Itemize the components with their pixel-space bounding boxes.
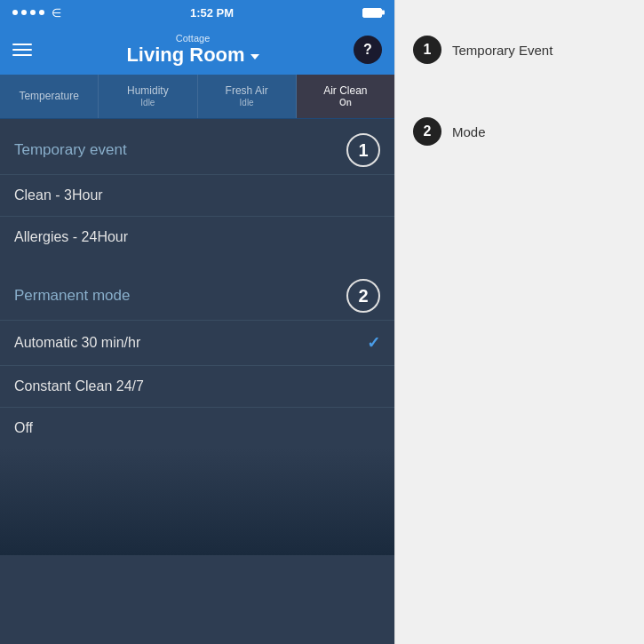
temp-event-section-label: Temporary event xyxy=(14,141,127,159)
phone-frame: ∈ 1:52 PM Cottage Living Room ? Temperat… xyxy=(0,0,395,644)
annotation-1-number: 1 xyxy=(424,42,432,58)
permanent-mode-item-2-label: Constant Clean 24/7 xyxy=(14,378,144,394)
temp-event-item-2-label: Allergies - 24Hour xyxy=(14,229,128,245)
signal-dot-3 xyxy=(30,10,36,15)
annotation-2: 2 Mode xyxy=(413,117,553,146)
status-bar-right xyxy=(362,8,382,18)
temp-event-badge: 1 xyxy=(346,133,380,167)
tab-humidity[interactable]: Humidity Idle xyxy=(99,75,197,118)
temp-event-item-1-label: Clean - 3Hour xyxy=(14,187,103,203)
wifi-icon: ∈ xyxy=(52,6,61,20)
tabs-bar: Temperature Humidity Idle Fresh Air Idle… xyxy=(0,75,394,119)
temp-event-section-header: Temporary event 1 xyxy=(0,119,394,174)
sidebar-annotations: 1 Temporary Event 2 Mode xyxy=(395,0,570,181)
battery-icon xyxy=(362,8,382,18)
annotation-1-badge: 1 xyxy=(413,36,441,64)
header-subtitle: Cottage xyxy=(41,33,345,44)
signal-dot-2 xyxy=(21,10,27,15)
hamburger-line-2 xyxy=(12,49,32,51)
annotation-2-number: 2 xyxy=(424,123,432,139)
permanent-mode-section-label: Permanent mode xyxy=(14,287,130,305)
signal-dot-4 xyxy=(39,10,44,15)
temp-event-item-1[interactable]: Clean - 3Hour xyxy=(0,174,394,216)
tab-airclean[interactable]: Air Clean On xyxy=(297,75,394,118)
status-bar-left: ∈ xyxy=(12,6,61,20)
annotation-2-badge: 2 xyxy=(413,117,441,146)
content-area: Temporary event 1 Clean - 3Hour Allergie… xyxy=(0,119,394,644)
header-room-title: Living Room xyxy=(126,44,244,67)
tab-freshair[interactable]: Fresh Air Idle xyxy=(198,75,297,118)
tab-temperature-label: Temperature xyxy=(19,90,78,102)
help-button[interactable]: ? xyxy=(354,36,382,64)
tab-temperature[interactable]: Temperature xyxy=(0,75,99,118)
tab-airclean-label: Air Clean xyxy=(323,84,367,97)
status-time: 1:52 PM xyxy=(190,6,234,20)
dropdown-arrow-icon[interactable] xyxy=(250,54,259,60)
permanent-mode-section-header: Permanent mode 2 xyxy=(0,265,394,320)
header-main-row: Living Room xyxy=(41,44,345,67)
permanent-mode-badge: 2 xyxy=(346,279,380,313)
permanent-mode-item-1[interactable]: Automatic 30 min/hr ✓ xyxy=(0,320,394,365)
header-title-block: Cottage Living Room xyxy=(32,33,354,67)
tab-freshair-sub: Idle xyxy=(240,98,254,108)
tab-freshair-label: Fresh Air xyxy=(226,84,268,97)
annotation-1: 1 Temporary Event xyxy=(413,36,553,64)
annotation-1-label: Temporary Event xyxy=(452,43,553,58)
permanent-mode-item-2[interactable]: Constant Clean 24/7 xyxy=(0,365,394,407)
menu-button[interactable] xyxy=(12,44,32,56)
checkmark-icon: ✓ xyxy=(367,333,380,353)
permanent-mode-item-1-label: Automatic 30 min/hr xyxy=(14,335,140,351)
hamburger-line-3 xyxy=(12,54,32,56)
permanent-mode-item-3[interactable]: Off xyxy=(0,407,394,449)
annotation-2-label: Mode xyxy=(452,124,486,139)
status-bar: ∈ 1:52 PM xyxy=(0,0,394,25)
permanent-mode-item-3-label: Off xyxy=(14,420,33,436)
content-footer xyxy=(0,449,394,555)
temp-event-item-2[interactable]: Allergies - 24Hour xyxy=(0,216,394,258)
hamburger-line-1 xyxy=(12,44,32,45)
app-header: Cottage Living Room ? xyxy=(0,25,394,75)
tab-humidity-label: Humidity xyxy=(127,84,169,97)
tab-airclean-sub: On xyxy=(339,98,352,108)
signal-dot-1 xyxy=(12,10,18,15)
tab-humidity-sub: Idle xyxy=(140,98,155,108)
